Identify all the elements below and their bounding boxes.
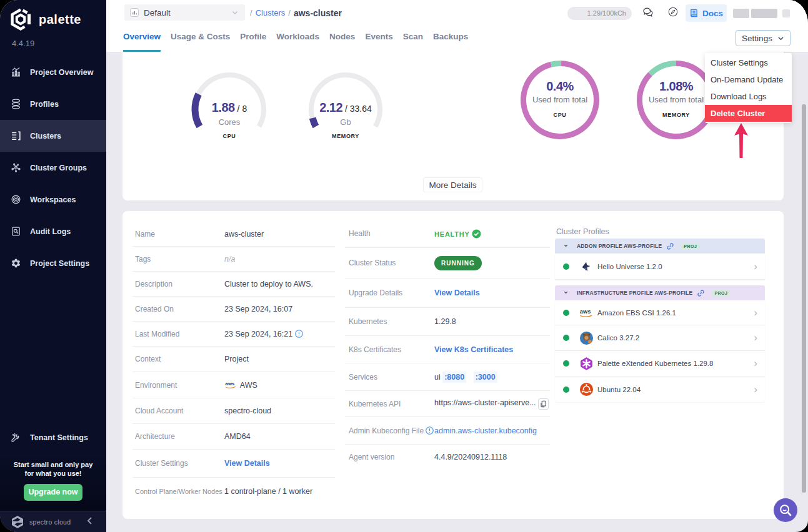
svg-text:aws: aws (226, 381, 235, 387)
svg-text:aws: aws (580, 308, 591, 315)
